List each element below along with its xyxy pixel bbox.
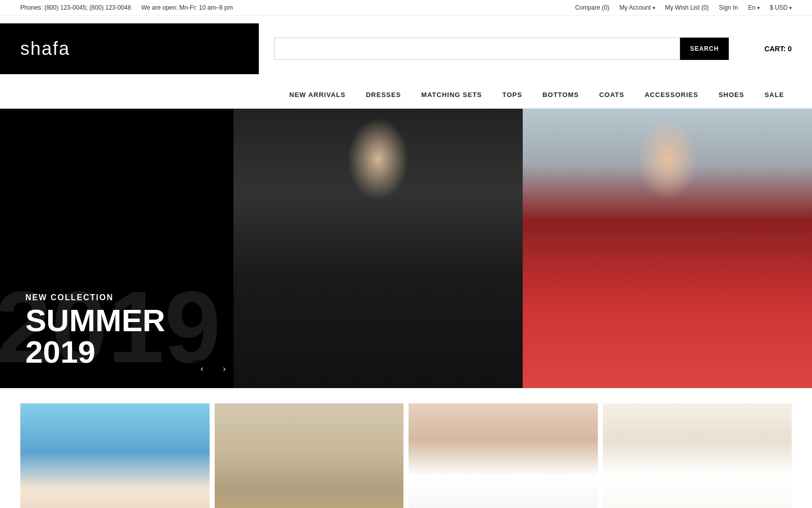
search-input[interactable] xyxy=(274,38,680,60)
logo: shafa xyxy=(20,38,70,59)
hero-left-panel: 2019 NEW COLLECTION SUMMER 2019 xyxy=(0,109,233,388)
grid-item-2[interactable] xyxy=(215,403,404,508)
hero-next-button[interactable]: › xyxy=(215,360,233,378)
cart-area[interactable]: CART: 0 xyxy=(764,45,792,53)
hero-controls: ‹ › xyxy=(193,360,233,378)
hero-section: 2019 NEW COLLECTION SUMMER 2019 ‹ › xyxy=(0,109,812,388)
hero-image-left xyxy=(233,109,523,388)
header: shafa SEARCH CART: 0 xyxy=(0,16,812,82)
nav-item-accessories[interactable]: ACCESSORIES xyxy=(634,82,708,108)
hero-text: NEW COLLECTION SUMMER 2019 xyxy=(25,293,208,368)
compare-link[interactable]: Compare (0) xyxy=(575,4,609,11)
logo-area: shafa xyxy=(0,23,259,74)
currency-selector[interactable]: $ USD xyxy=(770,4,792,11)
grid-item-1[interactable] xyxy=(20,403,210,508)
language-selector[interactable]: En xyxy=(748,4,760,11)
grid-image-3 xyxy=(409,403,598,508)
hero-prev-button[interactable]: ‹ xyxy=(193,360,211,378)
topbar: Phones: (800) 123-0045; (800) 123-0048 W… xyxy=(0,0,812,16)
nav-item-coats[interactable]: COATS xyxy=(589,82,635,108)
hero-image-right xyxy=(523,109,812,388)
signin-link[interactable]: Sign In xyxy=(719,4,738,11)
hours-info: We are open: Mn-Fr: 10 am–8 pm xyxy=(141,4,233,11)
my-account-link[interactable]: My Account xyxy=(620,4,655,11)
hero-subtitle: NEW COLLECTION xyxy=(25,293,208,302)
wishlist-link[interactable]: My Wish List (0) xyxy=(665,4,709,11)
cart-count: 0 xyxy=(788,45,792,53)
hero-images xyxy=(233,109,812,388)
cart-label: CART: xyxy=(764,45,786,53)
nav-item-shoes[interactable]: SHOES xyxy=(708,82,755,108)
grid-image-1 xyxy=(20,403,210,508)
grid-image-2 xyxy=(215,403,404,508)
phones-info: Phones: (800) 123-0045; (800) 123-0048 xyxy=(20,4,131,11)
bottom-grid xyxy=(0,388,812,508)
main-nav: NEW ARRIVALS DRESSES MATCHING SETS TOPS … xyxy=(0,82,812,109)
search-button[interactable]: SEARCH xyxy=(680,38,729,60)
grid-item-4[interactable] xyxy=(603,403,792,508)
nav-item-dresses[interactable]: DRESSES xyxy=(356,82,411,108)
topbar-left: Phones: (800) 123-0045; (800) 123-0048 W… xyxy=(20,4,233,11)
nav-item-sale[interactable]: SALE xyxy=(754,82,794,108)
grid-image-4 xyxy=(603,403,792,508)
nav-item-matching-sets[interactable]: MATCHING SETS xyxy=(411,82,492,108)
nav-item-tops[interactable]: TOPS xyxy=(492,82,532,108)
topbar-right: Compare (0) My Account My Wish List (0) … xyxy=(575,4,792,11)
grid-item-3[interactable] xyxy=(409,403,598,508)
nav-item-new-arrivals[interactable]: NEW ARRIVALS xyxy=(279,82,356,108)
hero-title: SUMMER 2019 xyxy=(25,305,208,368)
nav-item-bottoms[interactable]: BOTTOMS xyxy=(532,82,589,108)
search-area: SEARCH xyxy=(274,38,729,60)
